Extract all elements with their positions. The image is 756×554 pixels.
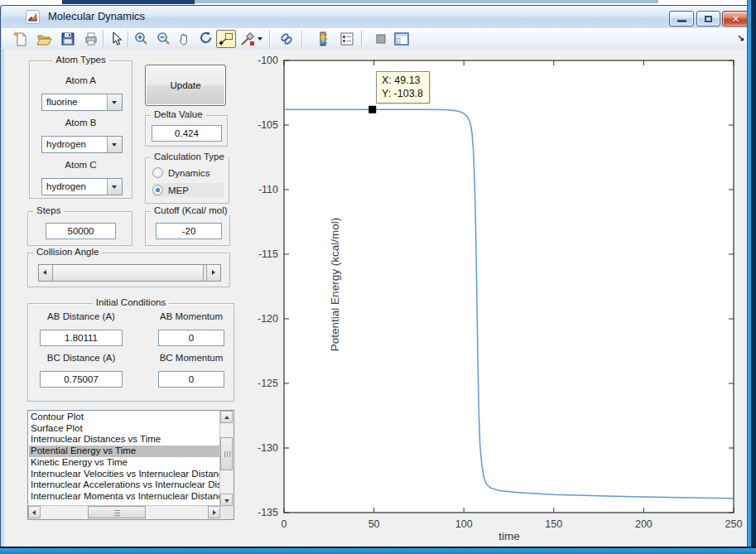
atom-c-dropdown[interactable]: hydrogen — [41, 178, 123, 195]
collision-angle-panel: Collision Angle — [27, 253, 230, 287]
matlab-icon — [26, 10, 40, 24]
bc-momentum-field[interactable] — [158, 371, 224, 388]
atom-types-panel: Atom Types Atom A fluorine Atom B hydrog… — [29, 60, 132, 199]
datatip[interactable]: X: 49.13 Y: -103.8 — [376, 71, 430, 104]
x-tick-label: 150 — [545, 518, 562, 530]
arrow-up-icon — [224, 416, 229, 419]
background-window-edge — [751, 0, 756, 547]
radio-icon — [152, 185, 163, 195]
slider-thumb[interactable] — [53, 265, 204, 281]
delta-value-field[interactable] — [152, 125, 222, 142]
arrow-left-icon — [32, 510, 36, 515]
restore-icon — [705, 16, 712, 22]
scrollbar-thumb[interactable] — [88, 506, 146, 518]
list-item[interactable]: Surface Plot — [29, 423, 219, 435]
atom-b-dropdown[interactable]: hydrogen — [41, 136, 123, 153]
pan-button[interactable] — [175, 30, 195, 48]
vertical-scrollbar[interactable] — [219, 411, 234, 506]
slider-left-arrow[interactable] — [39, 265, 53, 281]
collision-angle-title: Collision Angle — [33, 247, 102, 257]
scroll-left-button[interactable] — [28, 506, 41, 518]
scroll-right-button[interactable] — [208, 506, 220, 518]
dynamics-radio-label: Dynamics — [168, 168, 209, 178]
bc-distance-field[interactable] — [40, 371, 123, 388]
ab-distance-field[interactable] — [40, 330, 123, 346]
arrow-right-icon — [212, 270, 215, 275]
list-item[interactable]: Contour Plot — [29, 412, 219, 423]
ab-momentum-field[interactable] — [158, 330, 224, 346]
titlebar[interactable]: Molecular Dynamics ✕ — [2, 6, 749, 28]
grip-icon — [114, 513, 120, 513]
collision-angle-slider[interactable] — [38, 264, 221, 282]
atom-a-dropdown[interactable]: fluorine — [41, 94, 123, 111]
toolbar-separator — [361, 31, 362, 47]
open-file-button[interactable] — [34, 30, 54, 48]
horizontal-scrollbar[interactable] — [28, 505, 220, 519]
close-icon: ✕ — [723, 13, 749, 25]
ab-distance-label: AB Distance (A) — [40, 311, 123, 321]
bc-momentum-label: BC Momentum — [150, 353, 233, 363]
cutoff-field[interactable] — [156, 223, 222, 239]
restore-button[interactable] — [696, 11, 720, 26]
y-tick-label: -130 — [258, 442, 278, 454]
brush-button[interactable] — [238, 30, 258, 48]
datatip-x: X: 49.13 — [382, 74, 423, 87]
brush-dropdown-icon[interactable] — [258, 37, 262, 41]
steps-field[interactable] — [46, 223, 116, 239]
initial-conditions-title: Initial Conditions — [93, 297, 169, 307]
y-tick-label: -115 — [258, 248, 278, 260]
scroll-down-button[interactable] — [220, 494, 233, 506]
potential-energy-chart[interactable]: 050100150200250-135-130-125-120-115-110-… — [236, 50, 754, 552]
zoom-in-button[interactable] — [131, 30, 151, 48]
list-item[interactable]: Internuclear Distances vs Time — [29, 434, 219, 446]
atom-b-value: hydrogen — [46, 139, 86, 149]
minimize-button[interactable] — [669, 11, 694, 26]
atom-b-label: Atom B — [30, 118, 132, 128]
update-button[interactable]: Update — [145, 65, 226, 106]
axes-box — [284, 60, 734, 513]
cursor-button[interactable] — [106, 30, 126, 48]
x-tick-label: 100 — [455, 518, 473, 530]
dropdown-button[interactable] — [107, 179, 122, 195]
slider-right-arrow[interactable] — [206, 265, 220, 281]
mep-radio[interactable]: MEP — [152, 183, 224, 197]
plot-tools-off-button[interactable] — [371, 30, 391, 48]
insert-colorbar-button[interactable] — [313, 30, 333, 48]
taskbar — [0, 547, 756, 554]
scroll-up-button[interactable] — [220, 411, 233, 423]
dynamics-radio[interactable]: Dynamics — [152, 166, 224, 180]
toolbar-overflow-icon[interactable]: ↘ — [737, 33, 744, 44]
rotate-3d-button[interactable] — [196, 30, 216, 48]
save-button[interactable] — [58, 30, 78, 48]
datatip-marker[interactable] — [368, 106, 376, 113]
insert-legend-button[interactable] — [337, 30, 357, 48]
steps-title: Steps — [33, 205, 64, 215]
list-item[interactable]: Internuclear Accelerations vs Internucle… — [29, 479, 219, 491]
atom-a-value: fluorine — [46, 97, 78, 107]
data-cursor-button[interactable] — [216, 30, 236, 48]
arrow-left-icon — [43, 270, 46, 275]
list-item[interactable]: Internuclear Momenta vs Internuclear Dis… — [29, 491, 219, 503]
calculation-type-title: Calculation Type — [151, 152, 228, 161]
link-plots-button[interactable] — [277, 30, 296, 48]
plot-tools-on-button[interactable] — [392, 30, 412, 48]
new-file-button[interactable] — [11, 30, 31, 48]
y-tick-label: -105 — [258, 119, 278, 131]
window-title: Molecular Dynamics — [48, 10, 145, 22]
scrollbar-thumb[interactable] — [220, 437, 233, 470]
list-item[interactable]: Kinetic Energy vs Time — [29, 457, 219, 469]
zoom-out-button[interactable] — [153, 30, 173, 48]
dropdown-button[interactable] — [107, 94, 122, 110]
y-tick-label: -135 — [258, 507, 278, 518]
initial-conditions-panel: Initial Conditions AB Distance (A) AB Mo… — [27, 303, 234, 402]
atom-c-value: hydrogen — [46, 181, 86, 191]
list-item[interactable]: Potential Energy vs Time — [29, 446, 219, 457]
print-button[interactable] — [81, 30, 101, 48]
list-item[interactable]: Internuclear Velocities vs Internuclear … — [29, 469, 219, 480]
dropdown-button[interactable] — [107, 137, 122, 152]
cutoff-panel: Cutoff (Kcal/ mol) — [145, 211, 230, 246]
listbox-items: Contour PlotSurface PlotInternuclear Dis… — [29, 412, 219, 505]
y-tick-label: -110 — [258, 184, 278, 195]
close-button[interactable]: ✕ — [722, 11, 749, 26]
plot-type-listbox[interactable]: Contour PlotSurface PlotInternuclear Dis… — [27, 410, 234, 520]
